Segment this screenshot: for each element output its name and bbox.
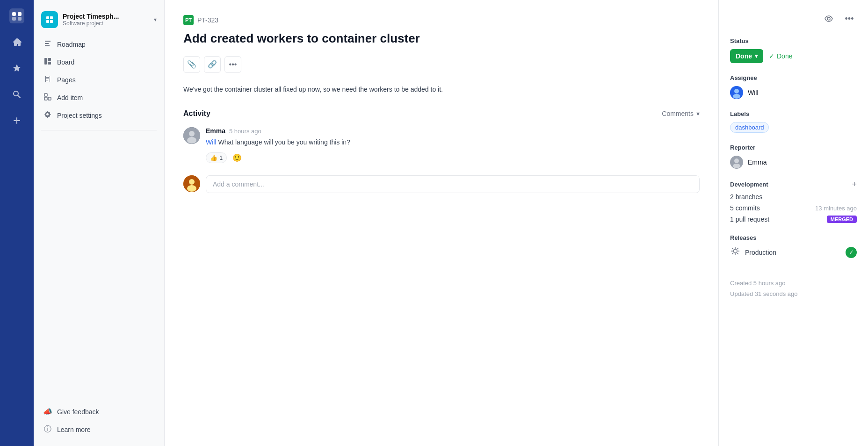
assignee-label: Assignee	[730, 74, 857, 81]
sidebar-item-learn-more[interactable]: ⓘ Learn more	[37, 420, 160, 439]
release-icon	[730, 246, 740, 259]
sidebar-item-label-board: Board	[57, 58, 74, 66]
branches-label: 2 branches	[730, 193, 762, 201]
dev-commits-item: 5 commits 13 minutes ago	[730, 204, 857, 212]
assignee-section: Assignee Will	[730, 74, 857, 99]
right-panel: ••• Status Done ▾ ✓ Done Assignee	[718, 0, 868, 446]
labels-label: Labels	[730, 110, 857, 117]
comments-filter[interactable]: Comments ▾	[662, 110, 700, 117]
labels-section: Labels dashboard	[730, 110, 857, 133]
more-options-button[interactable]: •••	[224, 56, 241, 73]
issue-id-row: PT PT-323	[183, 15, 700, 25]
plus-icon[interactable]	[8, 112, 25, 129]
settings-icon	[43, 111, 52, 120]
status-button[interactable]: Done ▾	[730, 49, 763, 63]
releases-label: Releases	[730, 234, 857, 241]
sidebar-item-label-roadmap: Roadmap	[57, 41, 86, 48]
avatar-emma	[183, 127, 200, 144]
status-chevron-icon: ▾	[755, 53, 758, 59]
board-icon	[43, 58, 52, 67]
svg-point-24	[733, 249, 737, 253]
app-logo[interactable]	[8, 7, 25, 24]
status-done-label: Done	[777, 52, 792, 60]
reaction-count: 1	[219, 154, 223, 161]
svg-point-13	[187, 137, 196, 144]
sidebar-item-label-learn-more: Learn more	[57, 426, 91, 433]
main-content: PT PT-323 Add created workers to contain…	[165, 0, 868, 446]
more-options-button-panel[interactable]: •••	[842, 11, 857, 26]
add-reaction-button[interactable]: 🙂	[231, 151, 244, 164]
watch-button[interactable]	[821, 11, 836, 26]
svg-point-19	[734, 89, 739, 94]
svg-rect-8	[44, 94, 47, 96]
svg-rect-2	[18, 12, 22, 16]
svg-rect-10	[48, 97, 51, 100]
status-section: Status Done ▾ ✓ Done	[730, 37, 857, 63]
svg-rect-6	[48, 58, 51, 61]
issue-description: We've got the container cluster all fixe…	[183, 84, 700, 94]
add-development-button[interactable]: +	[852, 180, 857, 188]
svg-point-17	[827, 17, 830, 20]
avatar-current-user	[183, 175, 200, 192]
sidebar-item-give-feedback[interactable]: 📣 Give feedback	[37, 403, 160, 420]
project-chevron-icon: ▾	[154, 16, 157, 23]
svg-rect-9	[44, 97, 47, 100]
comment-body-emma: Emma 5 hours ago Will What language will…	[206, 127, 700, 164]
attach-button[interactable]: 📎	[183, 56, 200, 73]
thumbs-up-reaction[interactable]: 👍 1	[206, 152, 227, 163]
svg-rect-4	[18, 17, 22, 21]
label-tag-dashboard[interactable]: dashboard	[730, 122, 769, 133]
dev-section-header: Development +	[730, 180, 857, 188]
pull-request-label: 1 pull request	[730, 216, 769, 223]
sidebar-item-board[interactable]: Board	[37, 53, 160, 71]
comment-input[interactable]: Add a comment...	[206, 175, 700, 193]
pages-icon	[43, 75, 52, 85]
sidebar-item-label-pages: Pages	[57, 76, 76, 84]
comment-placeholder: Add a comment...	[213, 180, 264, 188]
issue-id-text: PT-323	[197, 16, 218, 24]
svg-rect-5	[44, 58, 47, 65]
assignee-avatar	[730, 86, 743, 99]
svg-rect-1	[12, 12, 16, 16]
comment-body-text: What language will you be you writing th…	[217, 138, 350, 146]
comment-meta-emma: Emma 5 hours ago	[206, 127, 700, 135]
info-icon: ⓘ	[43, 424, 52, 434]
project-info: Project Timesph... Software project	[63, 13, 149, 27]
commits-time: 13 minutes ago	[815, 205, 857, 212]
issue-toolbar: 📎 🔗 •••	[183, 56, 700, 73]
dev-branches-item: 2 branches	[730, 193, 857, 201]
search-icon[interactable]	[8, 86, 25, 103]
panel-footer: Created 5 hours ago Updated 31 seconds a…	[730, 270, 857, 300]
reporter-row: Emma	[730, 156, 857, 169]
assignee-row: Will	[730, 86, 857, 99]
svg-point-22	[734, 158, 739, 163]
svg-point-12	[189, 131, 195, 137]
comment-time-emma: 5 hours ago	[229, 128, 261, 135]
comment-reactions: 👍 1 🙂	[206, 151, 700, 164]
comments-filter-label: Comments	[662, 110, 694, 117]
issue-content: PT PT-323 Add created workers to contain…	[165, 0, 718, 446]
star-icon[interactable]	[8, 60, 25, 77]
right-panel-header: •••	[730, 11, 857, 26]
release-item-production: Production ✓	[730, 246, 857, 259]
sidebar-project-header[interactable]: Project Timesph... Software project ▾	[34, 7, 164, 36]
link-button[interactable]: 🔗	[204, 56, 221, 73]
sidebar-item-pages[interactable]: Pages	[37, 71, 160, 89]
sidebar-item-add-item[interactable]: Add item	[37, 89, 160, 107]
sidebar-item-roadmap[interactable]: Roadmap	[37, 36, 160, 53]
sidebar-item-project-settings[interactable]: Project settings	[37, 107, 160, 124]
comment-author-emma: Emma	[206, 127, 225, 135]
roadmap-icon	[43, 40, 52, 49]
project-type: Software project	[63, 20, 149, 27]
status-label: Status	[730, 37, 857, 44]
sidebar-navigation: Roadmap Board Pages	[34, 36, 164, 124]
sidebar-divider	[41, 130, 157, 130]
activity-title: Activity	[183, 109, 210, 118]
comment-input-row: Add a comment...	[183, 175, 700, 193]
project-name: Project Timesph...	[63, 13, 149, 20]
development-section: Development + 2 branches 5 commits 13 mi…	[730, 180, 857, 223]
home-icon[interactable]	[8, 34, 25, 50]
updated-text: Updated 31 seconds ago	[730, 288, 857, 299]
created-text: Created 5 hours ago	[730, 278, 857, 288]
add-item-icon	[43, 93, 52, 102]
